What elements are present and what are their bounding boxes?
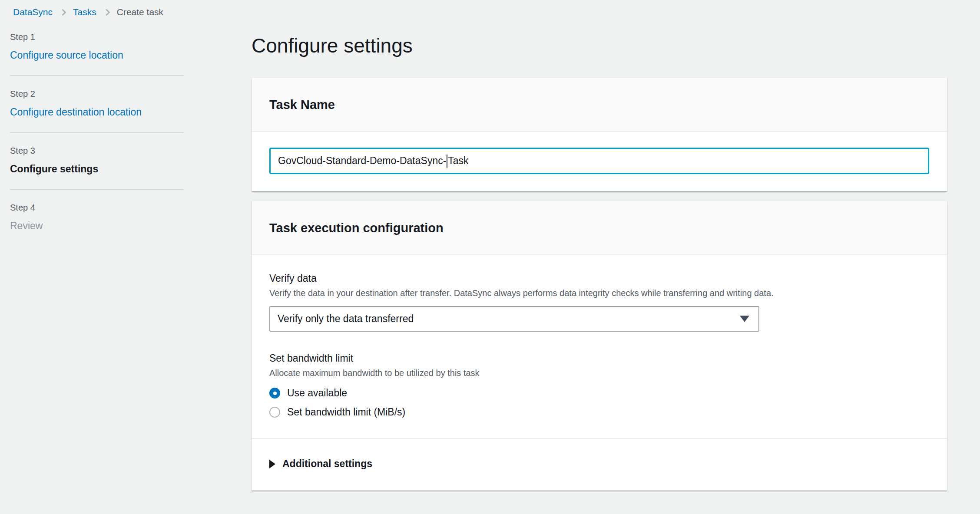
step-number-label: Step 4 (10, 203, 184, 213)
additional-settings-label: Additional settings (282, 458, 372, 470)
wizard-step-1: Step 1 Configure source location (10, 32, 184, 61)
sidebar-item-configure-destination-location[interactable]: Configure destination location (10, 106, 184, 118)
breadcrumb: DataSync Tasks Create task (0, 0, 980, 17)
sidebar-divider (10, 75, 184, 76)
radio-option-label: Use available (287, 387, 347, 399)
task-name-card-body: GovCloud-Standard-Demo-DataSync- Task (252, 132, 947, 191)
radio-unselected-icon[interactable] (269, 407, 280, 418)
execution-card-title: Task execution configuration (269, 221, 929, 235)
radio-selected-icon[interactable] (269, 388, 280, 399)
bandwidth-limit-description: Allocate maximum bandwidth to be utilize… (269, 368, 929, 378)
execution-card-header: Task execution configuration (252, 201, 947, 255)
task-name-card-header: Task Name (252, 78, 947, 132)
breadcrumb-chevron-icon (60, 9, 66, 16)
sidebar-item-configure-source-location[interactable]: Configure source location (10, 49, 184, 61)
expand-caret-icon[interactable] (269, 460, 275, 468)
dropdown-caret-icon[interactable] (740, 316, 749, 322)
breadcrumb-chevron-icon (103, 9, 110, 16)
verify-data-select[interactable]: Verify only the data transferred (269, 306, 759, 332)
radio-option-set-bandwidth-limit[interactable]: Set bandwidth limit (MiB/s) (269, 406, 405, 418)
breadcrumb-link-datasync[interactable]: DataSync (13, 7, 53, 17)
verify-data-label: Verify data (269, 273, 929, 284)
breadcrumb-current-create-task: Create task (117, 7, 163, 17)
radio-option-use-available[interactable]: Use available (269, 387, 347, 399)
page-layout: Step 1 Configure source location Step 2 … (0, 32, 980, 491)
step-number-label: Step 2 (10, 89, 184, 99)
additional-settings-expander[interactable]: Additional settings (252, 438, 947, 491)
verify-data-field: Verify data Verify the data in your dest… (269, 273, 929, 332)
task-name-value-after-caret: Task (448, 155, 468, 167)
task-name-input[interactable]: GovCloud-Standard-Demo-DataSync- Task (269, 148, 929, 174)
wizard-step-2: Step 2 Configure destination location (10, 89, 184, 118)
wizard-step-3: Step 3 Configure settings (10, 146, 184, 175)
execution-card-body: Verify data Verify the data in your dest… (252, 255, 947, 438)
sidebar-divider (10, 132, 184, 133)
sidebar-item-review-disabled: Review (10, 220, 184, 232)
wizard-step-4: Step 4 Review (10, 203, 184, 232)
wizard-steps-nav: Step 1 Configure source location Step 2 … (10, 32, 184, 232)
task-execution-configuration-card: Task execution configuration Verify data… (252, 201, 947, 491)
task-name-card-title: Task Name (269, 98, 929, 112)
verify-data-description: Verify the data in your destination afte… (269, 288, 929, 298)
verify-data-selected-option: Verify only the data transferred (278, 313, 414, 325)
bandwidth-limit-field: Set bandwidth limit Allocate maximum ban… (269, 353, 929, 418)
sidebar-item-configure-settings-current: Configure settings (10, 163, 184, 175)
bandwidth-limit-label: Set bandwidth limit (269, 353, 929, 364)
sidebar-divider (10, 189, 184, 190)
step-number-label: Step 3 (10, 146, 184, 156)
page-title: Configure settings (252, 34, 947, 57)
radio-option-label: Set bandwidth limit (MiB/s) (287, 406, 405, 418)
main-content: Configure settings Task Name GovCloud-St… (252, 32, 947, 491)
task-name-value-before-caret: GovCloud-Standard-Demo-DataSync- (278, 155, 446, 167)
step-number-label: Step 1 (10, 32, 184, 42)
task-name-card: Task Name GovCloud-Standard-Demo-DataSyn… (252, 77, 947, 191)
breadcrumb-link-tasks[interactable]: Tasks (73, 7, 96, 17)
text-caret (447, 155, 447, 168)
